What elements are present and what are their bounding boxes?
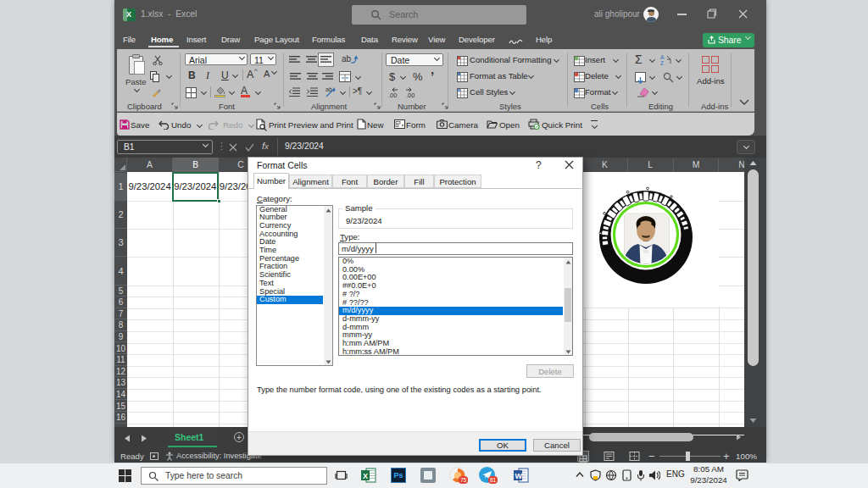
- svg-text:W: W: [515, 472, 523, 480]
- svg-text:X: X: [363, 472, 368, 480]
- svg-text:A: A: [660, 54, 665, 60]
- svg-text:ab: ab: [326, 86, 332, 92]
- svg-text:.00: .00: [406, 92, 415, 98]
- svg-text:Z: Z: [660, 60, 664, 65]
- svg-text:.00: .00: [388, 92, 397, 98]
